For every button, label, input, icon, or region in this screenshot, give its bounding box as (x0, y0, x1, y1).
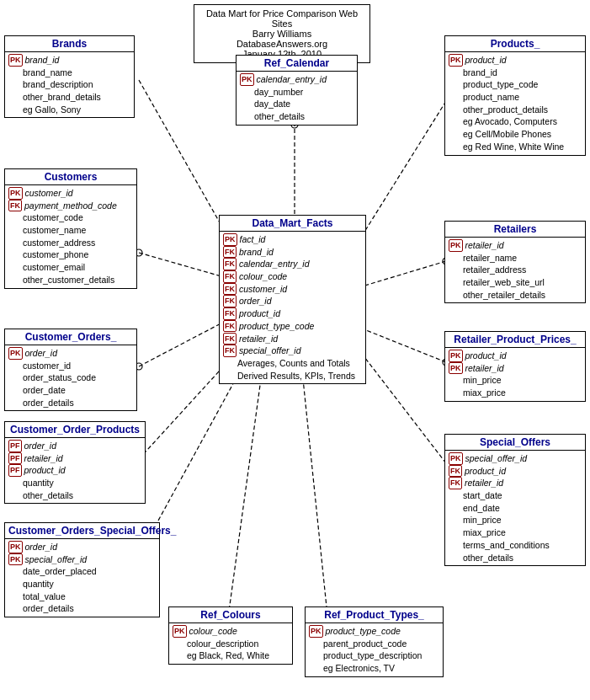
rc-field-0: PK colour_code (173, 625, 289, 638)
ref-calendar-title: Ref_Calendar (237, 56, 357, 72)
products-field-6: eg Cell/Mobile Phones (449, 128, 582, 141)
products-field-7: eg Red Wine, White Wine (449, 141, 582, 153)
brands-field-0: PK brand_id (8, 54, 130, 67)
dmf-field-6: FK product_id (223, 307, 362, 320)
customers-fk-1: FK (8, 200, 22, 212)
coso-fname-5: order_details (23, 602, 74, 615)
coso-fname-1: special_offer_id (25, 553, 88, 566)
co-fname-1: customer_id (23, 360, 71, 372)
brands-fname-2: brand_description (23, 78, 93, 91)
retailers-field-2: retailer_address (449, 264, 582, 276)
entity-brands: Brands PK brand_id brand_name brand_desc… (4, 35, 135, 118)
coso-body: PK order_id PK special_offer_id date_ord… (5, 539, 159, 617)
co-field-3: order_date (8, 384, 133, 397)
ref-calendar-field-3: other_details (240, 110, 353, 123)
dmf-pk-0: PK (223, 233, 237, 246)
dmf-fname-6: product_id (239, 307, 280, 320)
brands-fname-4: eg Gallo, Sony (23, 104, 81, 116)
svg-line-10 (227, 379, 261, 623)
rpt-field-0: PK product_type_code (309, 625, 439, 638)
coso-fname-3: quantity (23, 578, 54, 590)
cop-pk-0: PF (8, 440, 22, 452)
so-field-1: FK product_id (449, 465, 582, 478)
co-fname-2: order_status_code (23, 371, 96, 384)
rc-fname-1: colour_description (187, 638, 258, 650)
rpt-fname-2: product_type_description (323, 649, 422, 662)
brands-body: PK brand_id brand_name brand_description… (5, 52, 134, 117)
so-field-2: FK retailer_id (449, 477, 582, 489)
entity-ref-colours: Ref_Colours PK colour_code colour_descri… (168, 606, 293, 665)
entity-customer-order-products: Customer_Order_Products PF order_id PF r… (4, 421, 146, 504)
entity-special-offers: Special_Offers PK special_offer_id FK pr… (444, 434, 586, 566)
coso-field-5: order_details (8, 602, 156, 615)
brands-field-3: other_brand_details (8, 91, 130, 104)
retailers-fname-0: retailer_id (465, 239, 504, 252)
dmf-fk-8: FK (223, 333, 237, 345)
so-fname-6: miax_price (463, 526, 506, 539)
rpt-pk-0: PK (309, 625, 323, 638)
svg-line-1 (362, 101, 446, 236)
so-fname-0: special_offer_id (465, 452, 528, 465)
svg-line-5 (139, 320, 227, 366)
rpp-pk-1: PK (449, 362, 463, 375)
svg-line-11 (303, 379, 328, 623)
cop-field-4: other_details (8, 489, 141, 502)
coso-field-1: PK special_offer_id (8, 553, 156, 566)
rpt-fname-3: eg Electronics, TV (323, 662, 395, 675)
products-fname-2: product_type_code (463, 78, 538, 91)
co-field-1: customer_id (8, 360, 133, 372)
diagram-container: Data Mart for Price Comparison Web Sites… (0, 0, 590, 700)
entity-coso: Customer_Orders_Special_Offers_ PK order… (4, 522, 160, 617)
dmf-fname-3: colour_code (239, 270, 287, 283)
coso-title: Customer_Orders_Special_Offers_ (5, 523, 159, 539)
cop-fname-2: product_id (24, 464, 66, 477)
ref-calendar-fname-1: day_number (254, 86, 303, 99)
svg-line-8 (362, 354, 446, 463)
retailers-field-1: retailer_name (449, 252, 582, 265)
dmf-fname-4: customer_id (239, 283, 287, 296)
cop-pk-1: PF (8, 452, 22, 465)
customer-orders-body: PK order_id customer_id order_status_cod… (5, 345, 136, 410)
customers-fname-6: customer_email (23, 261, 85, 274)
retailers-fname-2: retailer_address (463, 264, 526, 276)
svg-line-0 (139, 80, 227, 236)
dmf-fk-7: FK (223, 320, 237, 333)
so-field-3: start_date (449, 489, 582, 502)
customers-field-6: customer_email (8, 261, 133, 274)
coso-field-0: PK order_id (8, 541, 156, 553)
products-pk-0: PK (449, 54, 463, 67)
so-body: PK special_offer_id FK product_id FK ret… (445, 451, 585, 565)
so-fname-4: end_date (463, 502, 500, 515)
customers-title: Customers (5, 169, 136, 185)
entity-ref-product-types: Ref_Product_Types_ PK product_type_code … (305, 606, 444, 677)
customers-fname-4: customer_address (23, 237, 95, 249)
cop-field-0: PF order_id (8, 440, 141, 452)
dmf-fname-10: Averages, Counts and Totals (237, 357, 350, 370)
cop-pk-2: PF (8, 464, 22, 477)
coso-pk-0: PK (8, 541, 23, 553)
dmf-fk-4: FK (223, 283, 237, 296)
dmf-fname-7: product_type_code (239, 320, 314, 333)
so-field-7: terms_and_conditions (449, 539, 582, 552)
rpt-field-3: eg Electronics, TV (309, 662, 439, 675)
header-line2: Barry Williams (201, 29, 363, 39)
co-pk-0: PK (8, 347, 23, 360)
retailers-fname-1: retailer_name (463, 252, 517, 265)
dmf-fname-11: Derived Results, KPIs, Trends (237, 370, 355, 382)
entity-data-mart-facts: Data_Mart_Facts PK fact_id FK brand_id F… (219, 215, 366, 384)
rpt-fname-1: parent_product_code (323, 638, 407, 650)
rc-body: PK colour_code colour_description eg Bla… (169, 623, 292, 664)
brands-fname-3: other_brand_details (23, 91, 101, 104)
rpp-field-0: PK product_id (449, 350, 582, 362)
so-fname-7: terms_and_conditions (463, 539, 550, 552)
retailers-fname-3: retailer_web_site_url (463, 276, 545, 289)
cop-fname-0: order_id (24, 440, 57, 452)
co-field-0: PK order_id (8, 347, 133, 360)
co-field-4: order_details (8, 397, 133, 409)
products-field-0: PK product_id (449, 54, 582, 67)
rpp-fname-1: retailer_id (465, 362, 504, 375)
data-mart-facts-body: PK fact_id FK brand_id FK calendar_entry… (220, 232, 365, 383)
cop-field-1: PF retailer_id (8, 452, 141, 465)
cop-field-3: quantity (8, 477, 141, 489)
dmf-field-7: FK product_type_code (223, 320, 362, 333)
